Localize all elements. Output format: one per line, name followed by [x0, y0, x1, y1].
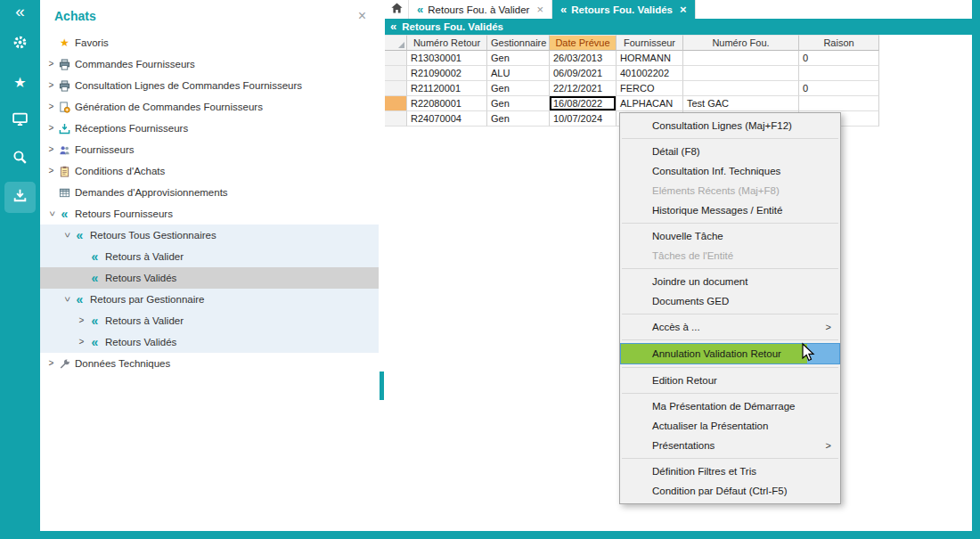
- tab-retours-fou-a-valider[interactable]: « Retours Fou. à Valider ×: [409, 0, 552, 19]
- cell-raison[interactable]: [799, 66, 879, 81]
- search-module-button[interactable]: [0, 140, 40, 178]
- row-selector[interactable]: [385, 51, 407, 66]
- submenu-arrow-icon: >: [826, 436, 831, 455]
- column-header-fournisseur[interactable]: Fournisseur: [617, 35, 683, 51]
- cell-numero-retour[interactable]: R13030001: [407, 51, 487, 66]
- row-selector-active[interactable]: [385, 96, 407, 111]
- horizontal-scrollbar[interactable]: [40, 531, 980, 539]
- chevron-right-icon[interactable]: >: [45, 167, 57, 176]
- cell-date-prevue-selected[interactable]: 16/08/2022: [550, 96, 617, 111]
- column-header-gestionnaire[interactable]: Gestionnaire: [487, 35, 550, 51]
- tab-retours-fou-valides[interactable]: « Retours Fou. Validés ×: [552, 0, 696, 19]
- home-tab-button[interactable]: [385, 0, 409, 19]
- cell-fournisseur[interactable]: HORMANN: [617, 51, 683, 66]
- sidebar-item-consultation-lignes-commandes[interactable]: > Consultation Lignes de Commandes Fourn…: [40, 75, 379, 96]
- cell-gestionnaire[interactable]: Gen: [487, 51, 550, 66]
- chevron-right-icon[interactable]: >: [45, 81, 57, 90]
- chevron-right-icon[interactable]: >: [45, 102, 57, 111]
- row-selector[interactable]: [385, 81, 407, 96]
- chevron-right-icon[interactable]: >: [45, 60, 57, 69]
- sidebar-item-label: Retours à Valider: [105, 315, 184, 326]
- sidebar-item-retours-valides-tous[interactable]: « Retours Validés: [40, 267, 379, 289]
- sidebar-item-generation-commandes[interactable]: > Génération de Commandes Fournisseurs: [40, 96, 379, 118]
- sidebar-item-retours-tous-gestionnaires[interactable]: > « Retours Tous Gestionnaires: [40, 225, 379, 246]
- sidebar-item-donnees-techniques[interactable]: > Données Techniques: [40, 353, 379, 374]
- menu-item-edition-retour[interactable]: Edition Retour: [620, 371, 840, 390]
- chevron-right-icon[interactable]: >: [45, 359, 57, 368]
- menu-item-ma-presentation-demarrage[interactable]: Ma Présentation de Démarrage: [620, 396, 840, 416]
- collapse-sidebar-button[interactable]: «: [0, 0, 40, 25]
- menu-item-definition-filtres-tris[interactable]: Définition Filtres et Tris: [620, 461, 840, 481]
- cell-numero-fou[interactable]: [683, 51, 799, 66]
- chevron-right-icon[interactable]: >: [76, 338, 87, 347]
- cell-gestionnaire[interactable]: Gen: [487, 81, 550, 96]
- chevron-right-icon[interactable]: >: [45, 124, 57, 133]
- menu-item-condition-par-defaut[interactable]: Condition par Défaut (Ctrl-F5): [620, 481, 840, 501]
- sidebar-item-retours-valides-par-gest[interactable]: > « Retours Validés: [40, 331, 379, 353]
- vertical-scrollbar[interactable]: [972, 0, 980, 539]
- cell-date-prevue[interactable]: 06/09/2021: [550, 66, 617, 81]
- cell-raison[interactable]: 0: [799, 51, 879, 66]
- cell-fournisseur[interactable]: FERCO: [617, 81, 683, 96]
- menu-separator: [622, 223, 838, 224]
- chevron-down-icon[interactable]: >: [47, 208, 56, 220]
- chevron-right-icon[interactable]: >: [45, 145, 57, 154]
- cell-raison[interactable]: 0: [799, 81, 879, 96]
- cell-numero-fou[interactable]: [683, 81, 799, 96]
- tab-close-icon[interactable]: ×: [536, 4, 543, 15]
- chevron-right-icon[interactable]: >: [76, 316, 87, 325]
- column-header-raison[interactable]: Raison: [799, 35, 879, 51]
- cell-numero-fou[interactable]: [683, 66, 799, 81]
- sidebar-item-demandes-approvisionnements[interactable]: Demandes d'Approvisionnements: [40, 182, 379, 203]
- menu-item-actualiser-presentation[interactable]: Actualiser la Présentation: [620, 416, 840, 436]
- sidebar-item-retours-fournisseurs[interactable]: > « Retours Fournisseurs: [40, 203, 379, 225]
- row-selector[interactable]: [385, 111, 407, 127]
- cell-date-prevue[interactable]: 26/03/2013: [550, 51, 617, 66]
- cell-fournisseur[interactable]: ALPHACAN: [617, 96, 683, 111]
- sidebar-item-commandes-fournisseurs[interactable]: > Commandes Fournisseurs: [40, 53, 379, 75]
- cell-raison[interactable]: [799, 96, 879, 111]
- sidebar-item-fournisseurs[interactable]: > Fournisseurs: [40, 139, 379, 160]
- column-header-date-prevue[interactable]: Date Prévue: [550, 35, 617, 51]
- menu-item-acces-a[interactable]: Accès à ...>: [620, 317, 840, 337]
- tab-close-icon[interactable]: ×: [680, 4, 687, 15]
- sidebar-item-retours-a-valider-par-gest[interactable]: > « Retours à Valider: [40, 310, 379, 331]
- select-all-cell[interactable]: [385, 35, 407, 51]
- sidebar-item-favoris[interactable]: ★ Favoris: [40, 32, 379, 53]
- column-header-numero-retour[interactable]: Numéro Retour: [407, 35, 487, 51]
- sidebar-item-retours-par-gestionnaire[interactable]: > « Retours par Gestionnaire: [40, 289, 379, 310]
- chevron-down-icon[interactable]: >: [62, 294, 71, 306]
- cell-gestionnaire[interactable]: Gen: [487, 111, 550, 127]
- menu-item-presentations[interactable]: Présentations>: [620, 436, 840, 455]
- menu-item-detail[interactable]: Détail (F8): [620, 142, 840, 161]
- cell-gestionnaire[interactable]: ALU: [487, 66, 550, 81]
- cell-numero-retour[interactable]: R21090002: [407, 66, 487, 81]
- menu-item-consultation-lignes[interactable]: Consultation Lignes (Maj+F12): [620, 116, 840, 135]
- cell-date-prevue[interactable]: 22/12/2021: [550, 81, 617, 96]
- purchases-module-button[interactable]: [0, 178, 40, 216]
- submenu-arrow-icon: >: [826, 317, 831, 337]
- sidebar-item-conditions-achats[interactable]: > Conditions d'Achats: [40, 160, 379, 182]
- cell-numero-retour[interactable]: R21120001: [407, 81, 487, 96]
- menu-item-nouvelle-tache[interactable]: Nouvelle Tâche: [620, 226, 840, 246]
- sidebar-close-button[interactable]: ×: [358, 9, 366, 23]
- sidebar-item-retours-a-valider-tous[interactable]: « Retours à Valider: [40, 246, 379, 267]
- cell-numero-retour[interactable]: R24070004: [407, 111, 487, 127]
- column-header-numero-fou[interactable]: Numéro Fou.: [683, 35, 799, 51]
- desktop-module-button[interactable]: [0, 102, 40, 140]
- sidebar-scrollbar-thumb[interactable]: [380, 372, 384, 400]
- cell-fournisseur[interactable]: 401002202: [617, 66, 683, 81]
- favorites-module-button[interactable]: ★: [0, 63, 40, 102]
- chevron-down-icon[interactable]: >: [62, 230, 71, 241]
- sidebar-item-receptions-fournisseurs[interactable]: > Réceptions Fournisseurs: [40, 118, 379, 139]
- menu-item-joindre-document[interactable]: Joindre un document: [620, 272, 840, 291]
- row-selector[interactable]: [385, 66, 407, 81]
- settings-module-button[interactable]: [0, 25, 40, 63]
- menu-item-historique-messages[interactable]: Historique Messages / Entité: [620, 200, 840, 220]
- cell-numero-retour[interactable]: R22080001: [407, 96, 487, 111]
- menu-item-documents-ged[interactable]: Documents GED: [620, 291, 840, 311]
- menu-item-consultation-inf-techniques[interactable]: Consultation Inf. Techniques: [620, 161, 840, 181]
- cell-date-prevue[interactable]: 10/07/2024: [550, 111, 617, 127]
- cell-gestionnaire[interactable]: Gen: [487, 96, 550, 111]
- cell-numero-fou[interactable]: Test GAC: [683, 96, 799, 111]
